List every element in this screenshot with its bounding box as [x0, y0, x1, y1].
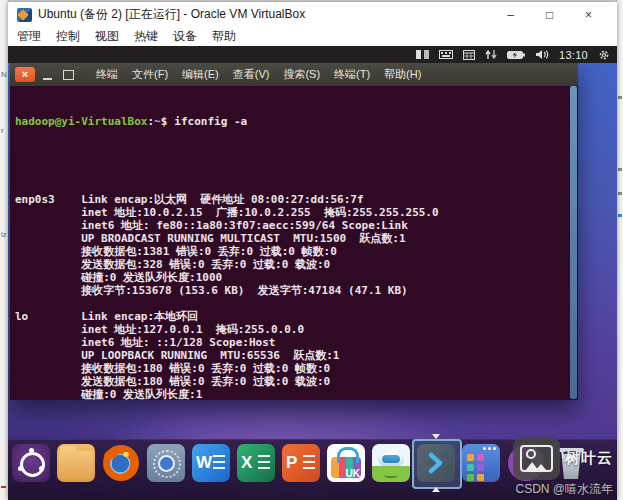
menubar-item[interactable]: 视图	[95, 28, 119, 45]
background-text-fragment: iz	[1, 230, 7, 239]
terminal-dock-icon[interactable]	[417, 444, 455, 482]
menubar-item[interactable]: 设备	[173, 28, 197, 45]
powerpoint-icon[interactable]: P	[282, 444, 320, 482]
terminal-menu-item[interactable]: 查看(V)	[226, 67, 277, 82]
terminal-titlebar[interactable]: × 终端文件(F)编辑(E)查看(V)搜索(S)终端(T)帮助(H)	[10, 63, 578, 87]
keyboard-icon[interactable]	[439, 49, 453, 60]
menubar-item[interactable]: 热键	[134, 28, 158, 45]
terminal-output-line: UP BROADCAST RUNNING MULTICAST MTU:1500 …	[15, 232, 578, 245]
watermark-credit: CSDN @嘻水流年	[513, 481, 613, 498]
network-arrows-icon[interactable]	[485, 49, 497, 60]
terminal-output-line: lo Link encap:本地环回	[15, 310, 578, 323]
guest-desktop: 13:10 × 终端文件(F)编辑(E)查看(V)搜索(S)终端(T)帮助(H)…	[8, 46, 617, 500]
window-title: Ubuntu (备份 2) [正在运行] - Oracle VM Virtual…	[38, 6, 305, 23]
watermark: 树叶云 CSDN @嘻水流年	[513, 437, 613, 498]
terminal-output-line	[15, 297, 578, 310]
unity-top-panel: 13:10	[8, 46, 617, 63]
terminal-minimize-button[interactable]	[38, 68, 56, 82]
terminal-output-line: 发送数据包:180 错误:0 丢弃:0 过载:0 载波:0	[15, 375, 578, 388]
terminal-menu-item[interactable]: 终端	[89, 67, 125, 82]
virtualbox-window: Ubuntu (备份 2) [正在运行] - Oracle VM Virtual…	[8, 2, 617, 500]
terminal-menu-item[interactable]: 终端(T)	[327, 67, 377, 82]
background-color-mark	[1, 486, 6, 488]
terminal-menu-item[interactable]: 搜索(S)	[276, 67, 327, 82]
firefox-icon[interactable]	[102, 444, 140, 482]
terminal-output-line: 接收数据包:1381 错误:0 丢弃:0 过载:0 帧数:0	[15, 245, 578, 258]
terminal-menubar: 终端文件(F)编辑(E)查看(V)搜索(S)终端(T)帮助(H)	[89, 67, 428, 82]
terminal-output-line: 接收数据包:180 错误:0 丢弃:0 过载:0 帧数:0	[15, 362, 578, 375]
terminal-window: × 终端文件(F)编辑(E)查看(V)搜索(S)终端(T)帮助(H) hadoo…	[10, 63, 578, 400]
input-method-icon[interactable]	[416, 49, 429, 60]
maximize-button[interactable]: □	[530, 8, 569, 22]
clock[interactable]: 13:10	[559, 49, 588, 61]
menubar-item[interactable]: 管理	[17, 28, 41, 45]
battery-icon[interactable]	[507, 50, 525, 60]
terminal-output-line: 发送数据包:328 错误:0 丢弃:0 过载:0 载波:0	[15, 258, 578, 271]
terminal-menu-item[interactable]: 文件(F)	[125, 67, 175, 82]
background-text-fragment: N	[1, 70, 7, 79]
volume-icon[interactable]	[535, 49, 549, 60]
menubar-item[interactable]: 帮助	[212, 28, 236, 45]
menubar-item[interactable]: 控制	[56, 28, 80, 45]
close-button[interactable]: ×	[569, 8, 608, 22]
background-text-mark	[618, 214, 622, 217]
terminal-output-line: 接收字节:153678 (153.6 KB) 发送字节:47184 (47.1 …	[15, 284, 578, 297]
terminal-close-button[interactable]: ×	[15, 67, 35, 82]
virtualbox-logo-icon	[17, 8, 32, 22]
calendar-icon[interactable]	[463, 49, 475, 60]
session-gear-icon[interactable]	[598, 49, 610, 61]
virtualbox-titlebar[interactable]: Ubuntu (备份 2) [正在运行] - Oracle VM Virtual…	[8, 2, 617, 27]
terminal-prompt-line: hadoop@yi-VirtualBox:~$ifconfig -a	[15, 115, 578, 128]
files-icon[interactable]	[57, 444, 95, 482]
background-text-fragment: r	[1, 126, 4, 135]
watermark-image-logo	[513, 437, 560, 480]
word-icon[interactable]: W	[192, 444, 230, 482]
excel-icon[interactable]: X	[237, 444, 275, 482]
background-text-mark	[618, 168, 622, 171]
dotted-circle-app-icon[interactable]	[147, 444, 185, 482]
terminal-output-area[interactable]: hadoop@yi-VirtualBox:~$ifconfig -a enp0s…	[10, 86, 578, 400]
software-center-icon[interactable]: UK	[327, 444, 365, 482]
terminal-output-line: inet 地址:10.0.2.15 广播:10.0.2.255 掩码:255.2…	[15, 206, 578, 219]
terminal-menu-item[interactable]: 帮助(H)	[377, 67, 428, 82]
watermark-logo-text: 树叶云	[565, 449, 613, 468]
terminal-scrollbar[interactable]	[570, 86, 577, 399]
terminal-output-line: 碰撞:0 发送队列长度:1	[15, 388, 578, 400]
ubuntu-dash-icon[interactable]	[12, 444, 50, 482]
terminal-menu-item[interactable]: 编辑(E)	[175, 67, 226, 82]
workspaces-icon[interactable]	[462, 444, 500, 482]
virtualbox-menubar: 管理控制视图热键设备帮助	[8, 27, 617, 46]
terminal-output-line: 碰撞:0 发送队列长度:1000	[15, 271, 578, 284]
terminal-maximize-button[interactable]	[59, 68, 77, 82]
background-text-mark	[618, 192, 622, 195]
minimize-button[interactable]: –	[491, 8, 530, 22]
terminal-output-line: inet6 地址: fe80::1a80:3f07:aecc:599/64 Sc…	[15, 219, 578, 232]
terminal-output-lines: enp0s3 Link encap:以太网 硬件地址 08:00:27:dd:5…	[15, 154, 578, 400]
background-text-mark	[618, 96, 622, 99]
terminal-output-line: inet6 地址: ::1/128 Scope:Host	[15, 336, 578, 349]
background-window-right	[616, 0, 623, 500]
terminal-output-line: enp0s3 Link encap:以太网 硬件地址 08:00:27:dd:5…	[15, 193, 578, 206]
typed-command: ifconfig -a	[174, 115, 247, 128]
terminal-output-line: UP LOOPBACK RUNNING MTU:65536 跃点数:1	[15, 349, 578, 362]
terminal-output-line: inet 地址:127.0.0.1 掩码:255.0.0.0	[15, 323, 578, 336]
prompt-user-host: hadoop@yi-VirtualBox	[15, 115, 147, 128]
kylin-assistant-icon[interactable]	[372, 444, 410, 482]
